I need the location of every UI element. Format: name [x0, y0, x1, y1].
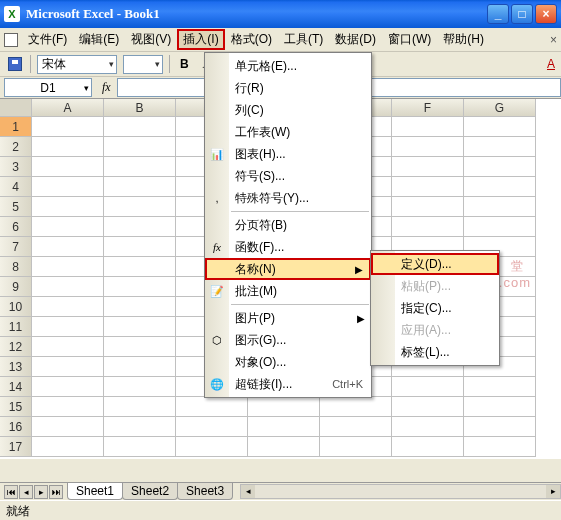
row-header[interactable]: 1 [0, 117, 32, 137]
comma-icon: , [209, 190, 225, 206]
title-bar: X Microsoft Excel - Book1 _ □ × [0, 0, 561, 28]
bold-button[interactable]: B [176, 57, 193, 71]
row-header[interactable]: 11 [0, 317, 32, 337]
row-header[interactable]: 10 [0, 297, 32, 317]
row-header[interactable]: 5 [0, 197, 32, 217]
menu-data[interactable]: 数据(D) [329, 29, 382, 50]
name-submenu: 定义(D)... 粘贴(P)... 指定(C)... 应用(A)... 标签(L… [370, 250, 500, 366]
insert-menu-dropdown: 单元格(E)... 行(R) 列(C) 工作表(W) 📊图表(H)... 符号(… [204, 52, 372, 398]
row-header[interactable]: 8 [0, 257, 32, 277]
menu-item-diagram[interactable]: ⬡图示(G)... [205, 329, 371, 351]
name-box[interactable]: D1 [4, 78, 92, 97]
menu-item-worksheet[interactable]: 工作表(W) [205, 121, 371, 143]
menu-item-name[interactable]: 名称(N)▶ [205, 258, 371, 280]
menu-item-columns[interactable]: 列(C) [205, 99, 371, 121]
submenu-arrow-icon: ▶ [355, 264, 363, 275]
menu-bar: 文件(F) 编辑(E) 视图(V) 插入(I) 格式(O) 工具(T) 数据(D… [0, 28, 561, 52]
document-icon[interactable] [4, 33, 18, 47]
menu-insert[interactable]: 插入(I) [177, 29, 224, 50]
row-header[interactable]: 13 [0, 357, 32, 377]
row-header[interactable]: 7 [0, 237, 32, 257]
menu-item-function[interactable]: fx函数(F)... [205, 236, 371, 258]
row-headers[interactable]: 1 2 3 4 5 6 7 8 9 10 11 12 13 14 15 16 1… [0, 117, 32, 457]
menu-item-comment[interactable]: 📝批注(M) [205, 280, 371, 302]
save-button[interactable] [6, 55, 24, 73]
menu-help[interactable]: 帮助(H) [437, 29, 490, 50]
menu-item-picture[interactable]: 图片(P)▶ [205, 307, 371, 329]
row-header[interactable]: 6 [0, 217, 32, 237]
submenu-item-label[interactable]: 标签(L)... [371, 341, 499, 363]
col-header[interactable]: G [464, 99, 536, 117]
help-icon[interactable]: × [550, 33, 557, 47]
fx-icon[interactable]: fx [96, 80, 117, 95]
menu-view[interactable]: 视图(V) [125, 29, 177, 50]
menu-file[interactable]: 文件(F) [22, 29, 73, 50]
submenu-arrow-icon: ▶ [357, 313, 365, 324]
minimize-button[interactable]: _ [487, 4, 509, 24]
status-bar: 就绪 [0, 500, 561, 520]
comment-icon: 📝 [209, 283, 225, 299]
font-color-button[interactable]: A [547, 57, 555, 71]
sheet-tab-bar: ⏮◂▸⏭ Sheet1 Sheet2 Sheet3 [0, 482, 561, 500]
submenu-item-define[interactable]: 定义(D)... [371, 253, 499, 275]
menu-item-symbol[interactable]: 符号(S)... [205, 165, 371, 187]
window-title: Microsoft Excel - Book1 [26, 6, 487, 22]
row-header[interactable]: 9 [0, 277, 32, 297]
row-header[interactable]: 16 [0, 417, 32, 437]
excel-icon: X [4, 6, 20, 22]
menu-edit[interactable]: 编辑(E) [73, 29, 125, 50]
select-all-corner[interactable] [0, 99, 32, 117]
maximize-button[interactable]: □ [511, 4, 533, 24]
tab-nav[interactable]: ⏮◂▸⏭ [0, 485, 67, 499]
submenu-item-apply[interactable]: 应用(A)... [371, 319, 499, 341]
menu-item-chart[interactable]: 📊图表(H)... [205, 143, 371, 165]
menu-format[interactable]: 格式(O) [225, 29, 278, 50]
menu-item-hyperlink[interactable]: 🌐超链接(I)...Ctrl+K [205, 373, 371, 395]
diagram-icon: ⬡ [209, 332, 225, 348]
col-header[interactable]: F [392, 99, 464, 117]
sheet-tab-2[interactable]: Sheet2 [122, 483, 178, 500]
fx-icon: fx [209, 239, 225, 255]
close-button[interactable]: × [535, 4, 557, 24]
row-header[interactable]: 2 [0, 137, 32, 157]
row-header[interactable]: 17 [0, 437, 32, 457]
row-header[interactable]: 15 [0, 397, 32, 417]
menu-tools[interactable]: 工具(T) [278, 29, 329, 50]
row-header[interactable]: 4 [0, 177, 32, 197]
menu-item-object[interactable]: 对象(O)... [205, 351, 371, 373]
submenu-item-paste[interactable]: 粘贴(P)... [371, 275, 499, 297]
font-selector[interactable]: 宋体 [37, 55, 117, 74]
menu-item-rows[interactable]: 行(R) [205, 77, 371, 99]
menu-window[interactable]: 窗口(W) [382, 29, 437, 50]
row-header[interactable]: 14 [0, 377, 32, 397]
status-text: 就绪 [6, 504, 30, 518]
sheet-tab-1[interactable]: Sheet1 [67, 483, 123, 500]
row-header[interactable]: 3 [0, 157, 32, 177]
col-header[interactable]: B [104, 99, 176, 117]
submenu-item-create[interactable]: 指定(C)... [371, 297, 499, 319]
col-header[interactable]: A [32, 99, 104, 117]
sheet-tab-3[interactable]: Sheet3 [177, 483, 233, 500]
menu-item-cells[interactable]: 单元格(E)... [205, 55, 371, 77]
horizontal-scrollbar[interactable] [240, 484, 561, 499]
menu-item-special-symbol[interactable]: ,特殊符号(Y)... [205, 187, 371, 209]
font-size-selector[interactable] [123, 55, 163, 74]
menu-item-pagebreak[interactable]: 分页符(B) [205, 214, 371, 236]
row-header[interactable]: 12 [0, 337, 32, 357]
hyperlink-icon: 🌐 [209, 376, 225, 392]
chart-icon: 📊 [209, 146, 225, 162]
